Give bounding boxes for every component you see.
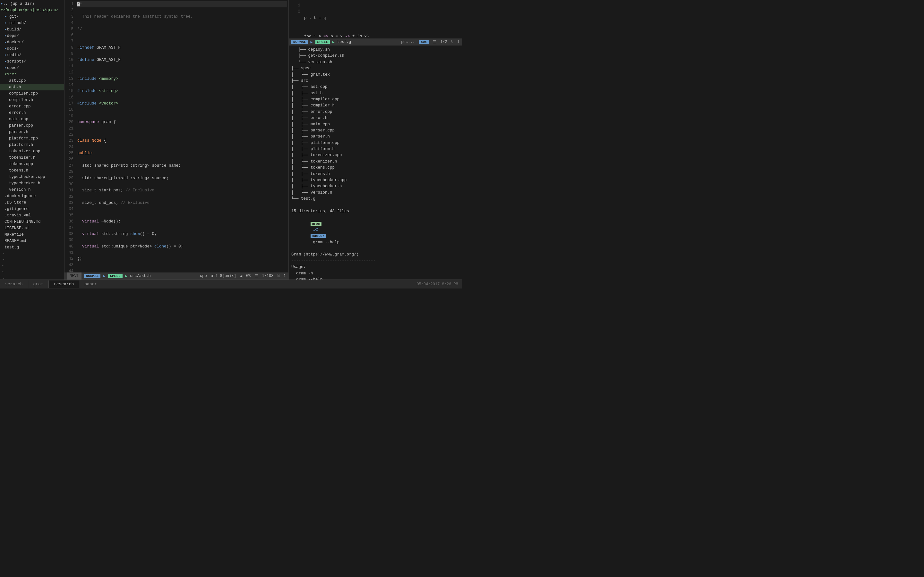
sidebar-item-root[interactable]: ▾ /Dropbox/projects/gram/ <box>0 7 64 13</box>
sidebar-item-test-g[interactable]: test.g <box>0 244 64 251</box>
terminal-line: │ └── gram.tex <box>291 72 459 78</box>
prompt-branch: master <box>310 234 326 238</box>
col-num: 1 <box>284 274 286 279</box>
cursor: / <box>78 2 80 6</box>
datetime: 05/04/2017 8:26 PM <box>413 281 462 288</box>
terminal-line: │ ├── ast.cpp <box>291 84 459 90</box>
right-pcc: pcc... <box>401 40 415 44</box>
terminal-line: │ ├── platform.h <box>291 146 459 152</box>
sidebar-item-media[interactable]: ▸ media/ <box>0 52 64 58</box>
right-editor: 12 p : t = q foo : a => b = x -> f (g x)… <box>289 0 462 39</box>
terminal-line: │ ├── tokens.h <box>291 171 459 177</box>
sidebar-item-typechecker-cpp[interactable]: typechecker.cpp <box>0 174 64 180</box>
sidebar-item-dockerignore[interactable]: .dockerignore <box>0 193 64 199</box>
tilde-line: ~ <box>0 276 64 280</box>
sidebar-item-github[interactable]: ▸ .github/ <box>0 20 64 26</box>
right-ruler-icon: ☰ <box>433 40 436 45</box>
sidebar-item-platform-h[interactable]: platform.h <box>0 142 64 148</box>
sidebar-item-contributing[interactable]: CONTRIBUTING.md <box>0 219 64 225</box>
filetype: cpp <box>200 274 207 279</box>
tab-bar: scratch gram research paper 05/04/2017 8… <box>0 279 462 288</box>
file-sidebar: ▸ .. (up a dir) ▾ /Dropbox/projects/gram… <box>0 0 64 279</box>
sidebar-item-travis[interactable]: .travis.yml <box>0 212 64 219</box>
sidebar-item-license[interactable]: LICENSE.md <box>0 225 64 231</box>
tab-scratch-label: scratch <box>5 282 23 287</box>
sidebar-item-typechecker-h[interactable]: typechecker.h <box>0 180 64 187</box>
spell-arrow: ▶ <box>125 274 128 279</box>
sidebar-item-tokenizer-h[interactable]: tokenizer.h <box>0 155 64 161</box>
sidebar-item-scripts[interactable]: ▸ scripts/ <box>0 58 64 65</box>
mode-badge: NORMAL <box>84 274 101 278</box>
right-spell-arrow: ▶ <box>333 40 334 45</box>
sidebar-item-src[interactable]: ▾ src/ <box>0 71 64 77</box>
sidebar-item-error-cpp[interactable]: error.cpp <box>0 103 64 110</box>
prompt-git-icon: ⎇ <box>310 227 320 232</box>
right-pos: 1/2 <box>440 40 447 44</box>
terminal-line: │ ├── typechecker.cpp <box>291 177 459 183</box>
terminal-line: │ ├── tokenizer.h <box>291 159 459 165</box>
sidebar-item-version-h[interactable]: version.h <box>0 187 64 193</box>
sidebar-item-ast-h[interactable]: ast.h <box>0 84 64 90</box>
sidebar-item-compiler-cpp[interactable]: compiler.cpp <box>0 90 64 97</box>
terminal-line: │ ├── tokenizer.cpp <box>291 152 459 158</box>
sidebar-item-docker[interactable]: ▸ docker/ <box>0 39 64 45</box>
editor-pane: 12345 678910 1112131415 1617181920 21222… <box>64 0 289 279</box>
sidebar-item-compiler-h[interactable]: compiler.h <box>0 97 64 103</box>
terminal-line: │ ├── parser.h <box>291 134 459 140</box>
editor-filename: src/ast.h <box>130 274 197 278</box>
terminal-summary-text: 15 directories, 48 files <box>291 208 459 214</box>
sidebar-item-tokenizer-cpp[interactable]: tokenizer.cpp <box>0 148 64 155</box>
terminal-line: │ ├── main.cpp <box>291 121 459 127</box>
sidebar-item-error-h[interactable]: error.h <box>0 110 64 116</box>
sidebar-item-main-cpp[interactable]: main.cpp <box>0 116 64 122</box>
sidebar-item-tokens-h[interactable]: tokens.h <box>0 167 64 174</box>
terminal-usage: Usage: <box>291 264 459 270</box>
sidebar-item-ast-cpp[interactable]: ast.cpp <box>0 77 64 84</box>
tilde-line: ~ <box>0 257 64 263</box>
right-status-info: pcc... 50% ☰ 1/2 ℕ 1 <box>401 40 459 45</box>
terminal-cmd-2: gram --help <box>291 277 459 279</box>
terminal-summary <box>291 202 459 208</box>
spell-badge: SPELL <box>108 274 123 278</box>
tilde-line: ~ <box>0 269 64 276</box>
sidebar-item-parser-h[interactable]: parser.h <box>0 129 64 135</box>
ruler: ☰ <box>255 274 258 279</box>
code-area: 12345 678910 1112131415 1617181920 21222… <box>65 0 288 272</box>
tab-research[interactable]: research <box>49 280 79 288</box>
tab-gram-label: gram <box>33 282 43 287</box>
right-pane: 12 p : t = q foo : a => b = x -> f (g x)… <box>289 0 462 279</box>
sidebar-item-git[interactable]: ▸ .git/ <box>0 13 64 20</box>
right-code-line-2: foo : a => b = x -> f (g x) <box>304 34 458 37</box>
col-separator: ℕ <box>278 274 280 279</box>
tilde-line: ~ <box>0 251 64 257</box>
code-content: /* This header declares the abstract syn… <box>76 0 288 272</box>
terminal-line: └── version.sh <box>291 59 459 65</box>
sidebar-item-build[interactable]: ▸ build/ <box>0 26 64 33</box>
sidebar-item-docs[interactable]: ▸ docs/ <box>0 45 64 52</box>
main-area: ▸ .. (up a dir) ▾ /Dropbox/projects/gram… <box>0 0 462 279</box>
sidebar-item-deps[interactable]: ▸ deps/ <box>0 33 64 39</box>
sidebar-item-tokens-cpp[interactable]: tokens.cpp <box>0 161 64 167</box>
terminal-line: ├── deploy.sh <box>291 47 459 53</box>
terminal-line: │ ├── typechecker.h <box>291 183 459 189</box>
tab-scratch[interactable]: scratch <box>0 280 28 288</box>
right-mode-arrow: ▶ <box>310 40 313 45</box>
sidebar-item-spec[interactable]: ▸ spec/ <box>0 65 64 71</box>
sidebar-item-readme[interactable]: README.md <box>0 238 64 244</box>
editor-status-bar: NΕVΙ NORMAL ▶ SPELL ▶ src/ast.h cpp utf-… <box>65 272 288 279</box>
sidebar-item-parser-cpp[interactable]: parser.cpp <box>0 122 64 129</box>
right-spell-badge: SPELL <box>315 40 330 44</box>
terminal: ├── deploy.sh ├── get-compiler.sh └── ve… <box>289 45 462 279</box>
tab-research-label: research <box>54 282 74 287</box>
sidebar-item-dsstore[interactable]: .DS_Store <box>0 199 64 206</box>
sidebar-item-gitignore[interactable]: .gitignore <box>0 206 64 212</box>
tab-gram[interactable]: gram <box>28 280 49 288</box>
terminal-line: ├── get-compiler.sh <box>291 53 459 59</box>
sidebar-item-up[interactable]: ▸ .. (up a dir) <box>0 1 64 7</box>
sidebar-item-platform-cpp[interactable]: platform.cpp <box>0 135 64 142</box>
tab-paper[interactable]: paper <box>79 280 102 288</box>
right-percent: 50% <box>419 40 429 44</box>
right-filename: test.g <box>337 40 399 44</box>
sidebar-item-makefile[interactable]: Makefile <box>0 231 64 238</box>
terminal-line: ├── spec <box>291 65 459 71</box>
